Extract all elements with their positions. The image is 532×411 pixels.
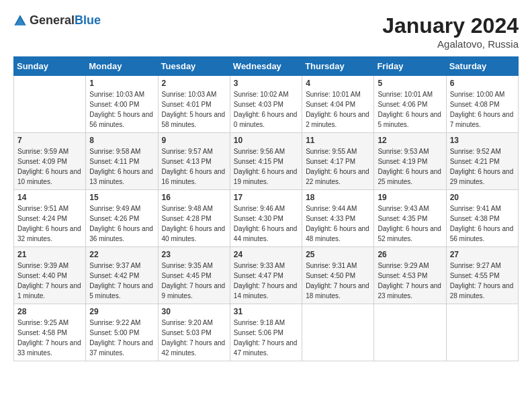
day-info: Sunrise: 9:57 AMSunset: 4:13 PMDaylight:… [162, 146, 226, 187]
day-number: 27 [450, 250, 515, 259]
calendar-cell: 11Sunrise: 9:55 AMSunset: 4:17 PMDayligh… [302, 133, 374, 190]
calendar-cell: 18Sunrise: 9:44 AMSunset: 4:33 PMDayligh… [302, 190, 374, 247]
logo-icon [13, 14, 27, 28]
day-info: Sunrise: 10:03 AMSunset: 4:00 PMDaylight… [89, 89, 154, 130]
day-number: 24 [234, 250, 298, 259]
calendar-cell: 10Sunrise: 9:56 AMSunset: 4:15 PMDayligh… [230, 133, 302, 190]
day-number: 5 [378, 79, 442, 88]
day-info: Sunrise: 9:49 AMSunset: 4:26 PMDaylight:… [89, 203, 154, 244]
calendar-cell [14, 76, 86, 133]
day-info: Sunrise: 9:27 AMSunset: 4:55 PMDaylight:… [450, 261, 515, 301]
calendar-cell: 26Sunrise: 9:29 AMSunset: 4:53 PMDayligh… [374, 247, 446, 304]
day-number: 19 [378, 193, 442, 202]
calendar-cell: 22Sunrise: 9:37 AMSunset: 4:42 PMDayligh… [86, 247, 158, 304]
day-info: Sunrise: 9:44 AMSunset: 4:33 PMDaylight:… [306, 203, 370, 244]
day-info: Sunrise: 9:51 AMSunset: 4:24 PMDaylight:… [17, 203, 82, 244]
day-info: Sunrise: 9:43 AMSunset: 4:35 PMDaylight:… [378, 203, 442, 244]
calendar-cell: 23Sunrise: 9:35 AMSunset: 4:45 PMDayligh… [158, 247, 230, 304]
day-info: Sunrise: 9:41 AMSunset: 4:38 PMDaylight:… [450, 203, 515, 244]
day-number: 17 [234, 193, 298, 202]
day-number: 18 [306, 193, 370, 202]
day-info: Sunrise: 9:25 AMSunset: 4:58 PMDaylight:… [17, 318, 82, 358]
calendar-cell: 24Sunrise: 9:33 AMSunset: 4:47 PMDayligh… [230, 247, 302, 304]
calendar-cell [374, 304, 446, 361]
day-number: 23 [162, 250, 226, 259]
logo-blue-text: Blue [75, 13, 101, 27]
day-number: 29 [89, 307, 154, 316]
calendar-week-4: 21Sunrise: 9:39 AMSunset: 4:40 PMDayligh… [14, 247, 519, 304]
day-info: Sunrise: 9:35 AMSunset: 4:45 PMDaylight:… [162, 261, 226, 301]
calendar-cell: 14Sunrise: 9:51 AMSunset: 4:24 PMDayligh… [14, 190, 86, 247]
calendar-cell: 25Sunrise: 9:31 AMSunset: 4:50 PMDayligh… [302, 247, 374, 304]
day-header-saturday: Saturday [446, 57, 518, 76]
calendar-cell: 16Sunrise: 9:48 AMSunset: 4:28 PMDayligh… [158, 190, 230, 247]
calendar-cell: 28Sunrise: 9:25 AMSunset: 4:58 PMDayligh… [14, 304, 86, 361]
day-header-thursday: Thursday [302, 57, 374, 76]
day-info: Sunrise: 9:18 AMSunset: 5:06 PMDaylight:… [234, 318, 298, 358]
calendar-cell: 21Sunrise: 9:39 AMSunset: 4:40 PMDayligh… [14, 247, 86, 304]
day-info: Sunrise: 9:53 AMSunset: 4:19 PMDaylight:… [378, 146, 442, 187]
day-info: Sunrise: 10:01 AMSunset: 4:04 PMDaylight… [306, 89, 370, 130]
calendar-cell: 27Sunrise: 9:27 AMSunset: 4:55 PMDayligh… [446, 247, 518, 304]
day-number: 20 [450, 193, 515, 202]
day-number: 26 [378, 250, 442, 259]
day-number: 2 [162, 79, 226, 88]
calendar-cell: 19Sunrise: 9:43 AMSunset: 4:35 PMDayligh… [374, 190, 446, 247]
day-info: Sunrise: 9:37 AMSunset: 4:42 PMDaylight:… [89, 261, 154, 301]
day-info: Sunrise: 9:39 AMSunset: 4:40 PMDaylight:… [17, 261, 82, 301]
calendar-cell: 8Sunrise: 9:58 AMSunset: 4:11 PMDaylight… [86, 133, 158, 190]
day-info: Sunrise: 9:55 AMSunset: 4:17 PMDaylight:… [306, 146, 370, 187]
day-number: 21 [17, 250, 82, 259]
day-info: Sunrise: 10:03 AMSunset: 4:01 PMDaylight… [162, 89, 226, 130]
day-header-sunday: Sunday [14, 57, 86, 76]
day-number: 6 [450, 79, 515, 88]
logo: GeneralBlue [13, 13, 101, 28]
calendar-week-5: 28Sunrise: 9:25 AMSunset: 4:58 PMDayligh… [14, 304, 519, 361]
day-number: 3 [234, 79, 298, 88]
calendar-cell: 3Sunrise: 10:02 AMSunset: 4:03 PMDayligh… [230, 76, 302, 133]
days-of-week-row: SundayMondayTuesdayWednesdayThursdayFrid… [14, 57, 519, 76]
day-number: 7 [17, 136, 82, 145]
day-header-wednesday: Wednesday [230, 57, 302, 76]
day-header-friday: Friday [374, 57, 446, 76]
day-info: Sunrise: 10:00 AMSunset: 4:08 PMDaylight… [450, 89, 515, 130]
calendar-cell: 20Sunrise: 9:41 AMSunset: 4:38 PMDayligh… [446, 190, 518, 247]
calendar-cell: 13Sunrise: 9:52 AMSunset: 4:21 PMDayligh… [446, 133, 518, 190]
calendar-cell: 15Sunrise: 9:49 AMSunset: 4:26 PMDayligh… [86, 190, 158, 247]
calendar-cell: 12Sunrise: 9:53 AMSunset: 4:19 PMDayligh… [374, 133, 446, 190]
month-year-title: January 2024 [382, 13, 519, 38]
calendar-header: SundayMondayTuesdayWednesdayThursdayFrid… [14, 57, 519, 76]
day-number: 13 [450, 136, 515, 145]
day-info: Sunrise: 9:31 AMSunset: 4:50 PMDaylight:… [306, 261, 370, 301]
day-info: Sunrise: 9:22 AMSunset: 5:00 PMDaylight:… [89, 318, 154, 358]
calendar-cell: 5Sunrise: 10:01 AMSunset: 4:06 PMDayligh… [374, 76, 446, 133]
day-number: 10 [234, 136, 298, 145]
day-number: 4 [306, 79, 370, 88]
calendar-cell: 2Sunrise: 10:03 AMSunset: 4:01 PMDayligh… [158, 76, 230, 133]
day-header-monday: Monday [86, 57, 158, 76]
calendar-cell: 6Sunrise: 10:00 AMSunset: 4:08 PMDayligh… [446, 76, 518, 133]
calendar-cell [446, 304, 518, 361]
calendar-cell: 7Sunrise: 9:59 AMSunset: 4:09 PMDaylight… [14, 133, 86, 190]
day-number: 15 [89, 193, 154, 202]
calendar-week-2: 7Sunrise: 9:59 AMSunset: 4:09 PMDaylight… [14, 133, 519, 190]
day-header-tuesday: Tuesday [158, 57, 230, 76]
calendar-week-1: 1Sunrise: 10:03 AMSunset: 4:00 PMDayligh… [14, 76, 519, 133]
calendar-cell: 9Sunrise: 9:57 AMSunset: 4:13 PMDaylight… [158, 133, 230, 190]
calendar-table: SundayMondayTuesdayWednesdayThursdayFrid… [13, 56, 519, 361]
day-info: Sunrise: 9:29 AMSunset: 4:53 PMDaylight:… [378, 261, 442, 301]
day-number: 11 [306, 136, 370, 145]
day-info: Sunrise: 9:33 AMSunset: 4:47 PMDaylight:… [234, 261, 298, 301]
day-number: 30 [162, 307, 226, 316]
day-info: Sunrise: 9:59 AMSunset: 4:09 PMDaylight:… [17, 146, 82, 187]
logo-general-text: General [30, 13, 75, 27]
calendar-cell: 1Sunrise: 10:03 AMSunset: 4:00 PMDayligh… [86, 76, 158, 133]
day-number: 8 [89, 136, 154, 145]
day-info: Sunrise: 10:01 AMSunset: 4:06 PMDaylight… [378, 89, 442, 130]
day-number: 31 [234, 307, 298, 316]
calendar-cell: 4Sunrise: 10:01 AMSunset: 4:04 PMDayligh… [302, 76, 374, 133]
title-block: January 2024 Agalatovo, Russia [382, 13, 519, 50]
calendar-body: 1Sunrise: 10:03 AMSunset: 4:00 PMDayligh… [14, 76, 519, 361]
calendar-cell [302, 304, 374, 361]
day-info: Sunrise: 9:20 AMSunset: 5:03 PMDaylight:… [162, 318, 226, 358]
